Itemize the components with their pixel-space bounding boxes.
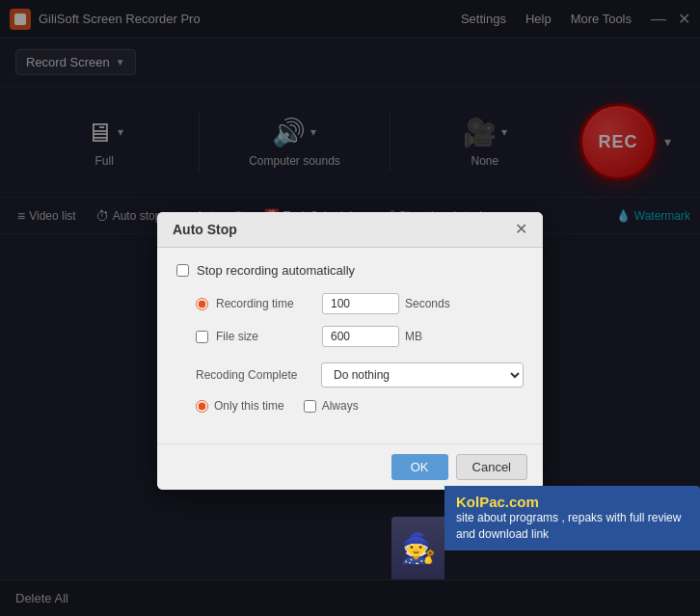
recording-time-row: Recording time Seconds: [176, 293, 524, 314]
frequency-row: Only this time Always: [176, 399, 524, 413]
only-this-time-option: Only this time: [196, 399, 284, 413]
file-size-label: File size: [216, 330, 322, 343]
file-size-unit: MB: [405, 330, 422, 343]
stop-auto-checkbox[interactable]: [176, 264, 189, 277]
modal-title: Auto Stop: [173, 222, 237, 237]
stop-auto-label: Stop recording automatically: [197, 263, 355, 278]
cancel-button[interactable]: Cancel: [456, 454, 527, 480]
complete-select[interactable]: Do nothing Shutdown Hibernate Standby: [321, 362, 524, 388]
modal-footer: OK Cancel: [157, 443, 543, 490]
always-option: Always: [304, 399, 359, 413]
stop-auto-row: Stop recording automatically: [176, 263, 524, 278]
complete-row: Recoding Complete Do nothing Shutdown Hi…: [196, 362, 524, 388]
complete-label: Recoding Complete: [196, 368, 321, 382]
recording-time-radio[interactable]: [196, 298, 208, 310]
file-size-row: File size MB: [176, 326, 524, 347]
file-size-checkbox[interactable]: [196, 331, 208, 343]
ad-banner-text: site about programs , repaks with full r…: [456, 510, 688, 543]
ad-banner-title: KolPac.com: [456, 494, 688, 510]
always-label: Always: [322, 399, 359, 413]
modal-header: Auto Stop ✕: [157, 212, 543, 248]
modal-body: Stop recording automatically Recording t…: [157, 248, 543, 443]
modal-close-button[interactable]: ✕: [515, 222, 527, 237]
recording-time-label: Recording time: [216, 297, 322, 310]
ad-area: 🧙 KolPac.com site about programs , repak…: [391, 515, 700, 579]
only-this-time-label: Only this time: [214, 399, 284, 413]
only-this-time-radio[interactable]: [196, 400, 208, 413]
wizard-icon: 🧙: [391, 517, 444, 579]
ad-banner[interactable]: KolPac.com site about programs , repaks …: [444, 486, 700, 550]
recording-time-input[interactable]: [322, 293, 399, 314]
always-checkbox[interactable]: [304, 400, 316, 413]
ok-button[interactable]: OK: [391, 454, 448, 480]
auto-stop-modal: Auto Stop ✕ Stop recording automatically…: [157, 212, 543, 490]
recording-time-unit: Seconds: [405, 297, 450, 310]
file-size-input[interactable]: [322, 326, 399, 347]
